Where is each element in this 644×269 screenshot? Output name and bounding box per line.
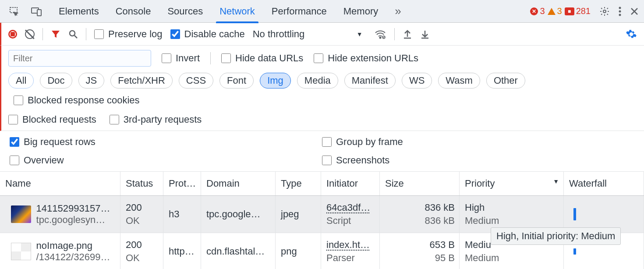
transfer-size: 836 kB bbox=[425, 202, 455, 213]
big-request-rows-checkbox[interactable]: Big request rows bbox=[10, 136, 322, 148]
kebab-menu-icon[interactable] bbox=[619, 6, 621, 17]
record-button[interactable] bbox=[8, 30, 17, 39]
sort-indicator-icon: ▼ bbox=[553, 178, 559, 185]
tab-console[interactable]: Console bbox=[116, 0, 151, 22]
table-header: Name Status Prot… Domain Type Initiator … bbox=[0, 172, 644, 196]
network-conditions-icon[interactable] bbox=[374, 29, 386, 39]
col-waterfall[interactable]: Waterfall bbox=[564, 172, 644, 195]
col-status[interactable]: Status bbox=[120, 172, 163, 195]
filter-pill-ws[interactable]: WS bbox=[402, 73, 432, 88]
initiator-type: Parser bbox=[326, 252, 375, 264]
filter-pill-wasm[interactable]: Wasm bbox=[438, 73, 480, 88]
filter-pill-media[interactable]: Media bbox=[297, 73, 338, 88]
search-icon[interactable] bbox=[68, 29, 78, 39]
network-toolbar: Preserve log Disable cache No throttling bbox=[0, 23, 644, 46]
resource-size: 95 B bbox=[435, 252, 455, 264]
svg-point-4 bbox=[619, 7, 621, 9]
overview-checkbox[interactable]: Overview bbox=[10, 155, 322, 166]
filter-bar: Invert Hide data URLs Hide extension URL… bbox=[0, 46, 644, 70]
group-by-frame-checkbox[interactable]: Group by frame bbox=[322, 136, 634, 148]
filter-pill-doc[interactable]: Doc bbox=[40, 73, 72, 88]
priority: High bbox=[465, 202, 559, 213]
disable-cache-label: Disable cache bbox=[184, 28, 245, 40]
filter-pill-fetch-xhr[interactable]: Fetch/XHR bbox=[110, 73, 173, 88]
hide-data-urls-label: Hide data URLs bbox=[235, 53, 303, 64]
initial-priority: Medium bbox=[465, 252, 559, 264]
request-thumbnail bbox=[11, 205, 31, 223]
filter-pill-all[interactable]: All bbox=[8, 73, 34, 88]
settings-icon[interactable] bbox=[599, 6, 610, 17]
separator bbox=[86, 28, 86, 40]
request-path: tpc.googlesyn… bbox=[36, 214, 110, 226]
hide-extension-urls-checkbox[interactable]: Hide extension URLs bbox=[314, 53, 418, 64]
blocked-requests-checkbox[interactable]: Blocked requests bbox=[8, 114, 96, 125]
initiator-link[interactable]: 64ca3df… bbox=[326, 202, 375, 213]
network-settings-icon[interactable] bbox=[626, 28, 637, 40]
col-size[interactable]: Size bbox=[380, 172, 460, 195]
filter-toggle-icon[interactable] bbox=[51, 29, 60, 39]
initiator-type: Script bbox=[326, 215, 375, 227]
col-name[interactable]: Name bbox=[0, 172, 120, 195]
blocked-requests-label: Blocked requests bbox=[22, 114, 96, 125]
tab-memory[interactable]: Memory bbox=[343, 0, 378, 22]
preserve-log-checkbox[interactable]: Preserve log bbox=[94, 28, 163, 40]
issue-counters[interactable]: ✕3 3 ■281 bbox=[530, 6, 591, 16]
device-toggle-icon[interactable] bbox=[31, 7, 42, 16]
issues-count: 281 bbox=[576, 6, 591, 16]
import-har-icon[interactable] bbox=[420, 29, 430, 39]
request-name: 141152993157… bbox=[36, 203, 110, 214]
third-party-label: 3rd-party requests bbox=[124, 114, 202, 125]
tab-elements[interactable]: Elements bbox=[59, 0, 99, 22]
warning-icon bbox=[548, 8, 556, 15]
throttling-select[interactable]: No throttling bbox=[253, 28, 366, 39]
col-domain[interactable]: Domain bbox=[201, 172, 276, 195]
separator bbox=[210, 52, 211, 64]
more-tabs-icon[interactable]: » bbox=[395, 4, 398, 18]
resource-size: 836 kB bbox=[425, 215, 455, 227]
filter-pill-font[interactable]: Font bbox=[219, 73, 254, 88]
blocked-cookies-checkbox[interactable]: Blocked response cookies bbox=[14, 95, 140, 106]
waterfall-bar bbox=[573, 208, 576, 220]
col-type[interactable]: Type bbox=[276, 172, 321, 195]
filter-pill-css[interactable]: CSS bbox=[179, 73, 213, 88]
col-priority[interactable]: Priority▼ bbox=[460, 172, 564, 195]
third-party-checkbox[interactable]: 3rd-party requests bbox=[110, 114, 202, 125]
status-text: OK bbox=[126, 215, 159, 227]
protocol: h3 bbox=[169, 209, 196, 220]
screenshots-checkbox[interactable]: Screenshots bbox=[322, 155, 634, 166]
export-har-icon[interactable] bbox=[403, 29, 412, 39]
status-code: 200 bbox=[126, 239, 159, 251]
domain: cdn.flashtal… bbox=[206, 246, 271, 257]
clear-button[interactable] bbox=[25, 29, 35, 39]
tab-sources[interactable]: Sources bbox=[167, 0, 203, 22]
waterfall-bar bbox=[573, 248, 576, 255]
invert-label: Invert bbox=[176, 53, 200, 64]
error-count: 3 bbox=[540, 6, 545, 16]
status-text: OK bbox=[126, 252, 159, 264]
type: png bbox=[281, 246, 316, 257]
filter-pill-img[interactable]: Img bbox=[260, 73, 291, 88]
hide-data-urls-checkbox[interactable]: Hide data URLs bbox=[221, 53, 303, 64]
domain: tpc.google… bbox=[206, 209, 271, 220]
overview-label: Overview bbox=[24, 155, 64, 166]
tab-network[interactable]: Network bbox=[219, 0, 255, 22]
filter-pill-manifest[interactable]: Manifest bbox=[344, 73, 396, 88]
initiator-link[interactable]: index.ht… bbox=[326, 239, 375, 251]
separator bbox=[42, 28, 43, 40]
blocked-filters: Blocked requests 3rd-party requests bbox=[0, 110, 644, 131]
col-initiator[interactable]: Initiator bbox=[321, 172, 380, 195]
inspect-icon[interactable] bbox=[9, 6, 19, 17]
filter-pill-other[interactable]: Other bbox=[486, 73, 525, 88]
filter-input[interactable] bbox=[8, 50, 151, 67]
requests-table: Name Status Prot… Domain Type Initiator … bbox=[0, 172, 644, 269]
resource-type-filters: All Doc JS Fetch/XHR CSS Font Img Media … bbox=[0, 70, 644, 110]
preserve-log-label: Preserve log bbox=[108, 28, 163, 40]
tab-performance[interactable]: Performance bbox=[272, 0, 327, 22]
invert-checkbox[interactable]: Invert bbox=[162, 53, 200, 64]
panel-tabs: Elements Console Sources Network Perform… bbox=[59, 0, 399, 22]
disable-cache-checkbox[interactable]: Disable cache bbox=[170, 28, 245, 40]
issues-icon: ■ bbox=[565, 7, 574, 15]
close-devtools-icon[interactable] bbox=[630, 7, 639, 16]
filter-pill-js[interactable]: JS bbox=[78, 73, 105, 88]
col-protocol[interactable]: Prot… bbox=[163, 172, 201, 195]
